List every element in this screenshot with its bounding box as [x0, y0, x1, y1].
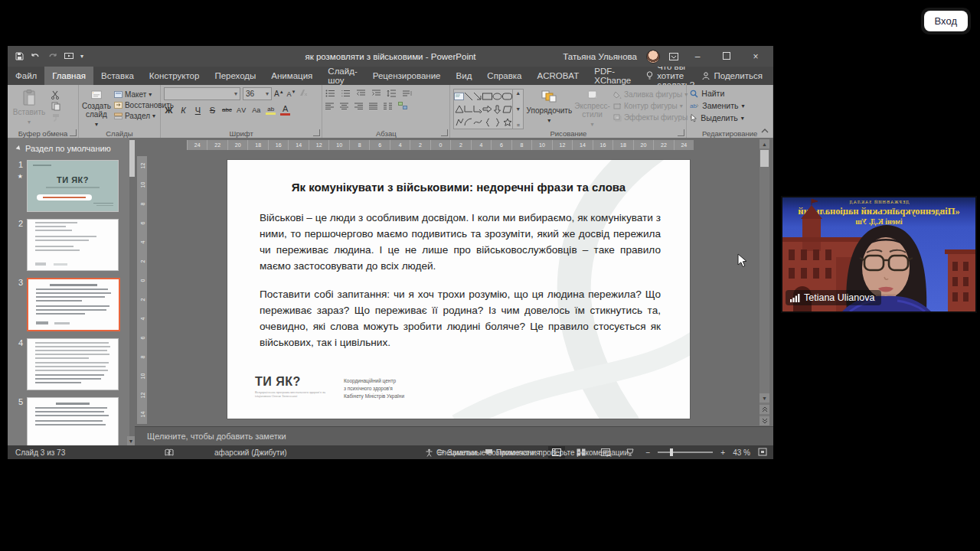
- shape-down-arrow-icon[interactable]: [492, 103, 502, 116]
- shape-line-icon[interactable]: [464, 90, 473, 103]
- panel-scrollbar[interactable]: [129, 138, 135, 445]
- next-slide-icon[interactable]: [760, 416, 769, 425]
- slide-counter[interactable]: Слайд 3 из 73: [15, 445, 65, 459]
- shape-right-arrow-icon[interactable]: [482, 103, 492, 116]
- italic-button[interactable]: К: [178, 106, 188, 115]
- shapes-more-icon[interactable]: ≡: [517, 122, 520, 128]
- shape-arrow-icon[interactable]: [473, 90, 482, 103]
- share-button[interactable]: Поделиться: [702, 67, 773, 85]
- shadow-abc-button[interactable]: abc: [222, 106, 232, 113]
- ribbon-display-options-icon[interactable]: [669, 53, 678, 60]
- shape-freeform-icon[interactable]: [454, 116, 464, 129]
- line-spacing-icon[interactable]: [387, 90, 397, 97]
- new-slide-button[interactable]: Создать слайд ▾: [82, 87, 111, 128]
- text-direction-icon[interactable]: [402, 90, 413, 97]
- quick-styles-button[interactable]: Экспресс-стили ▾: [574, 87, 610, 128]
- shape-elbow-arrow-icon[interactable]: [473, 103, 482, 116]
- start-slideshow-icon[interactable]: [64, 53, 74, 60]
- tab-help[interactable]: Справка: [479, 67, 529, 85]
- increase-indent-icon[interactable]: [371, 90, 381, 97]
- shapes-scroll-down-icon[interactable]: ▼: [515, 106, 521, 112]
- slide-thumbnail-3-selected[interactable]: [27, 278, 120, 331]
- shape-right-brace-icon[interactable]: [492, 116, 502, 129]
- tab-slideshow[interactable]: Слайд-шоу: [320, 67, 364, 85]
- shape-curve-icon[interactable]: [473, 116, 482, 129]
- dialog-launcher-icon[interactable]: [441, 129, 448, 136]
- tab-transitions[interactable]: Переходы: [207, 67, 263, 85]
- select-button[interactable]: Выделить ▾: [690, 113, 769, 122]
- font-name-combo[interactable]: ▾: [164, 87, 240, 100]
- animation-star-icon[interactable]: ★: [12, 173, 23, 180]
- previous-slide-icon[interactable]: [760, 405, 769, 414]
- shrink-font-button[interactable]: А▼: [286, 90, 296, 98]
- editor-scrollbar[interactable]: ▲ ▼: [760, 139, 769, 425]
- shapes-gallery[interactable]: ▲ ▼ ≡: [453, 89, 524, 129]
- redo-icon[interactable]: [47, 53, 57, 60]
- zoom-percentage[interactable]: 43 %: [733, 448, 750, 457]
- shape-rectangle-icon[interactable]: [482, 90, 492, 103]
- tab-pdfxchange[interactable]: PDF-XChange: [586, 67, 639, 85]
- spell-check-icon[interactable]: [165, 445, 174, 459]
- scroll-down-icon[interactable]: ▼: [760, 393, 769, 403]
- character-spacing-button[interactable]: AV: [237, 106, 247, 114]
- shape-triangle-icon[interactable]: [454, 103, 464, 116]
- tab-view[interactable]: Вид: [449, 67, 480, 85]
- tell-me-box[interactable]: Что вы хотите сделать?: [639, 67, 702, 85]
- slide-thumbnail-5[interactable]: [27, 397, 119, 445]
- align-left-icon[interactable]: [325, 103, 335, 109]
- section-collapse-icon[interactable]: [16, 145, 22, 152]
- avatar[interactable]: [646, 50, 660, 64]
- undo-icon[interactable]: [31, 53, 41, 60]
- tab-animations[interactable]: Анимация: [263, 67, 320, 85]
- cut-icon[interactable]: [51, 90, 60, 99]
- align-right-icon[interactable]: [354, 103, 364, 109]
- slide-thumbnail-4[interactable]: [27, 338, 119, 390]
- shape-flowchart-icon[interactable]: [502, 103, 512, 116]
- copy-icon[interactable]: [51, 102, 60, 111]
- shapes-scroll-up-icon[interactable]: ▲: [515, 90, 521, 96]
- format-painter-icon[interactable]: [51, 113, 60, 122]
- arrange-button[interactable]: Упорядочить ▾: [527, 87, 571, 128]
- numbering-icon[interactable]: [341, 90, 351, 97]
- font-color-button[interactable]: А: [280, 104, 290, 116]
- language-status[interactable]: афарский (Джибути): [214, 445, 287, 459]
- dialog-launcher-icon[interactable]: [678, 129, 684, 136]
- paste-button[interactable]: Вставить ▾: [11, 87, 47, 128]
- shape-rounded-rectangle-icon[interactable]: [502, 90, 512, 103]
- dialog-launcher-icon[interactable]: [70, 129, 77, 136]
- shape-arc-icon[interactable]: [464, 116, 473, 129]
- restore-button[interactable]: [717, 51, 737, 62]
- tab-acrobat[interactable]: ACROBAT: [529, 67, 586, 85]
- notes-pane[interactable]: Щелкните, чтобы добавить заметки: [135, 426, 773, 445]
- find-button[interactable]: Найти: [690, 89, 769, 98]
- slide-canvas[interactable]: Як комунікувати з військовими: недоречні…: [227, 160, 690, 419]
- section-header[interactable]: Раздел по умолчанию: [8, 138, 135, 155]
- zoom-slider[interactable]: [658, 452, 713, 453]
- login-button[interactable]: Вход: [924, 11, 968, 31]
- webcam-tile[interactable]: ДЕРЖАВНИЙ ЗАКЛАД «Південноукраїнський на…: [782, 197, 975, 311]
- tab-design[interactable]: Конструктор: [142, 67, 207, 85]
- justify-icon[interactable]: [369, 103, 378, 109]
- shape-elbow-icon[interactable]: [464, 103, 473, 116]
- shape-fill-button[interactable]: Заливка фигуры▾: [613, 90, 693, 99]
- slide-thumbnail-2[interactable]: [27, 219, 119, 271]
- scroll-up-icon[interactable]: ▲: [760, 139, 769, 148]
- strikethrough-button[interactable]: S: [207, 106, 217, 115]
- shape-star-icon[interactable]: [502, 116, 512, 129]
- smartart-convert-icon[interactable]: [398, 102, 407, 109]
- collapse-ribbon-icon[interactable]: [761, 126, 769, 135]
- shape-oval-icon[interactable]: [492, 90, 502, 103]
- tab-review[interactable]: Рецензирование: [365, 67, 449, 85]
- shape-left-brace-icon[interactable]: [482, 116, 492, 129]
- close-button[interactable]: ×: [746, 51, 766, 62]
- font-size-combo[interactable]: 36▾: [243, 87, 272, 100]
- slide-title[interactable]: Як комунікувати з військовими: недоречні…: [227, 181, 690, 194]
- bullets-icon[interactable]: [325, 90, 335, 97]
- zoom-in-icon[interactable]: +: [720, 448, 725, 457]
- customize-qat-icon[interactable]: ▾: [80, 53, 83, 60]
- tab-home[interactable]: Главная: [44, 67, 93, 85]
- replace-button[interactable]: ab Заменить ▾: [690, 101, 769, 110]
- accessibility-status[interactable]: Специальные возможности: проверьте реком…: [425, 445, 629, 459]
- columns-icon[interactable]: [384, 103, 393, 109]
- shape-effects-button[interactable]: Эффекты фигуры▾: [613, 113, 693, 122]
